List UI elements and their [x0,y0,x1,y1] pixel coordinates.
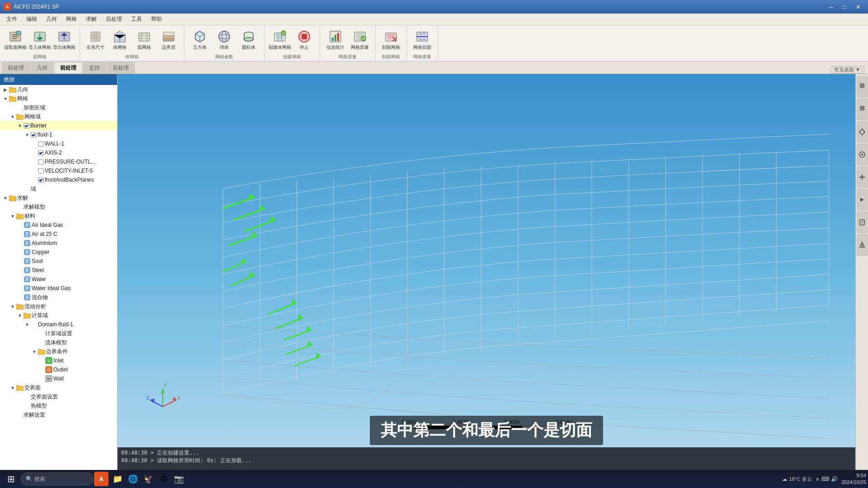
tree-item-outlet[interactable]: OOutlet [0,365,117,374]
tree-item-regions[interactable]: 域 [0,184,117,193]
tree-item-compute-domain[interactable]: ▼计算域 [0,311,117,320]
tree-item-aluminium[interactable]: Aluminium [0,239,117,248]
tree-item-axis-2[interactable]: AXIS-2 [0,148,117,157]
tree-item-flow-analysis[interactable]: ▼流动分析 [0,302,117,311]
tree-container[interactable]: ▶几何▼网格加密区域▼网格域▼Burner▼fluid-1WALL-1AXIS-… [0,85,117,474]
tree-item-mesh-domain[interactable]: ▼网格域 [0,112,117,121]
menu-item-4[interactable]: 求解 [81,14,101,25]
tree-toggle-compute-domain[interactable]: ▼ [16,312,24,319]
global-size-button[interactable]: 全局尺寸 [84,28,107,52]
tree-item-boundary-conds[interactable]: ▼边界条件 [0,347,117,356]
export-vol-mesh-button[interactable]: 导出体网格 [52,28,76,52]
tree-item-refine-zone[interactable]: 加密区域 [0,103,117,112]
tree-item-water[interactable]: Water [0,275,117,284]
tree-item-solve[interactable]: ▼求解 [0,193,117,202]
tree-item-solve-settings[interactable]: 求解设置 [0,410,117,419]
info-stat-button[interactable]: 信息统计 [324,28,347,52]
taskbar-aicfd-icon[interactable]: A [94,472,108,486]
tree-item-velocity-inlet[interactable]: VELOCITY-INLET-5 [0,166,117,175]
create-mesh-button[interactable]: 创建体网格 [268,28,292,52]
tree-item-wall-bc[interactable]: WWall [0,374,117,383]
tree-item-mixture[interactable]: 混合物 [0,293,117,302]
vol-mesh-btn[interactable]: 体网格 [108,28,132,52]
menu-item-7[interactable]: 帮助 [146,14,166,25]
tree-checkbox-fluid-1[interactable] [31,132,37,138]
rs-btn-6[interactable] [857,189,868,211]
tree-item-interface[interactable]: ▼交界面 [0,383,117,392]
sphere-button[interactable]: 球体 [212,28,236,52]
rs-btn-3[interactable] [857,121,868,143]
tree-checkbox-wall-1[interactable] [38,141,44,147]
start-button[interactable]: ⊞ [2,471,20,487]
read-face-mesh-button[interactable]: 读取面网格 [4,28,27,52]
import-vol-mesh-button[interactable]: 导入体网格 [28,28,52,52]
rs-btn-1[interactable] [857,76,868,98]
tree-item-air-ideal-gas[interactable]: Air Ideal Gas [0,221,117,230]
tab-pre[interactable]: 前处理 [2,62,30,74]
tree-item-burner[interactable]: ▼Burner [0,121,117,130]
menu-item-3[interactable]: 网格 [61,14,81,25]
taskbar-icon-app2[interactable]: ⚙ [157,473,170,485]
taskbar-search[interactable]: 🔍 搜索 [21,473,93,485]
tab-geometry[interactable]: 几何 [31,62,53,74]
tree-item-domain-fluid-1[interactable]: ▼Domain-fluid-1 [0,320,117,329]
menu-item-5[interactable]: 后处理 [101,14,127,25]
tab-post[interactable]: 后处理 [107,62,135,74]
tree-item-frontback[interactable]: frontAndBackPlanes [0,175,117,184]
tree-item-water-ideal-gas[interactable]: Water Ideal Gas [0,284,117,293]
tree-item-copper[interactable]: Copper [0,248,117,257]
rs-btn-2[interactable] [857,99,868,120]
tree-toggle-interface[interactable]: ▼ [9,384,16,391]
boundary-layer-btn[interactable]: 边界层 [157,28,180,52]
tree-toggle-solve[interactable]: ▼ [2,194,9,202]
tree-item-inlet[interactable]: IInlet [0,356,117,365]
cylinder-button[interactable]: 圆柱体 [237,28,260,52]
tree-toggle-fluid-1[interactable]: ▼ [24,131,31,138]
remove-mesh-button[interactable]: 剖除网格 [379,28,403,52]
maximize-button[interactable]: □ [838,2,851,11]
tree-item-materials[interactable]: ▼材料 [0,211,117,221]
tree-checkbox-velocity-inlet[interactable] [38,168,44,174]
rs-btn-4[interactable] [857,144,868,165]
tree-item-wall-1[interactable]: WALL-1 [0,139,117,148]
tab-pre2[interactable]: 前处理 [54,62,82,74]
tab-monitor[interactable]: 监控 [83,62,106,74]
taskbar-icon-app1[interactable]: 🦅 [142,473,155,485]
menu-item-2[interactable]: 几何 [42,14,61,25]
tree-toggle-domain-fluid-1[interactable]: ▼ [24,321,31,328]
tree-toggle-materials[interactable]: ▼ [9,212,16,220]
tree-toggle-mesh-domain[interactable]: ▼ [9,113,16,120]
tree-item-pressure-outlet[interactable]: PRESSURE-OUTL... [0,157,117,166]
tree-item-air-25[interactable]: Air at 25 C [0,230,117,239]
close-button[interactable]: ✕ [852,2,864,11]
tree-checkbox-frontback[interactable] [38,177,44,183]
rs-btn-8[interactable] [857,234,868,256]
tree-item-compute-domain-settings[interactable]: 计算域设置 [0,329,117,338]
mesh-section-button[interactable]: 网格切面 [410,28,434,52]
face-mesh-btn2[interactable]: 面网格 [132,28,156,52]
tree-item-fluid-model[interactable]: 流体模型 [0,338,117,347]
tree-toggle-burner[interactable]: ▼ [16,122,24,129]
tree-item-solve-model[interactable]: 求解模型 [0,202,117,211]
tree-toggle-boundary-conds[interactable]: ▼ [31,348,38,355]
tree-toggle-flow-analysis[interactable]: ▼ [9,303,16,310]
tree-toggle-geometry[interactable]: ▶ [2,86,9,93]
tree-item-thermal-model[interactable]: 热模型 [0,401,117,410]
taskbar-icon-camera[interactable]: 📷 [173,473,185,485]
menu-item-6[interactable]: 工具 [127,14,146,25]
tree-checkbox-pressure-outlet[interactable] [38,159,44,165]
rs-btn-7[interactable] [857,211,868,233]
cube-button[interactable]: 立方体 [188,28,212,52]
taskbar-icon-browser[interactable]: 🌐 [127,473,139,485]
taskbar-icon-files[interactable]: 📁 [111,473,124,485]
tree-checkbox-axis-2[interactable] [38,150,44,156]
menu-item-1[interactable]: 编辑 [22,14,42,25]
tab-right-label[interactable]: 常见表面 ▼ [830,66,864,74]
tree-item-geometry[interactable]: ▶几何 [0,85,117,94]
menu-item-0[interactable]: 文件 [2,14,22,25]
minimize-button[interactable]: ─ [825,2,837,11]
tree-item-fluid-1[interactable]: ▼fluid-1 [0,130,117,139]
tree-item-steel[interactable]: Steel [0,266,117,275]
tree-item-mesh[interactable]: ▼网格 [0,94,117,103]
tree-item-interface-settings[interactable]: 交界面设置 [0,392,117,401]
